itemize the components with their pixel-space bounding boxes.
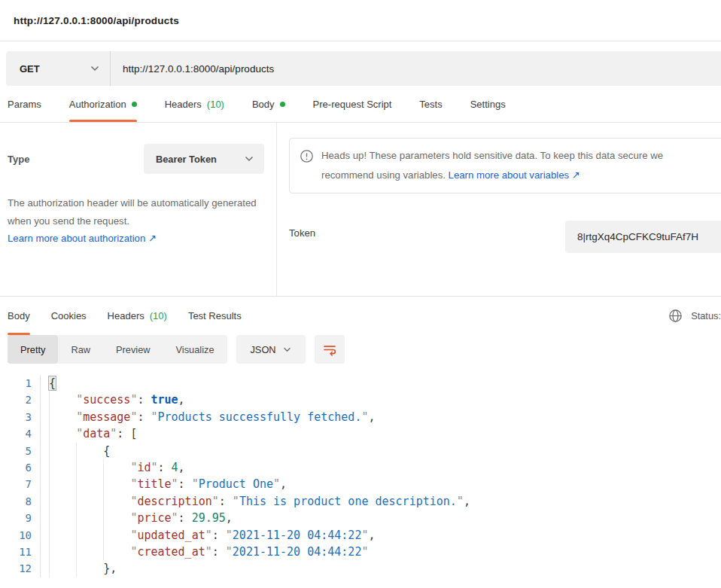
code-text: {: [41, 443, 110, 459]
indent-guide: [103, 510, 104, 526]
code-text: "id": 4,: [41, 459, 185, 476]
code-line: 8 "description": "This is product one de…: [0, 493, 721, 510]
line-number: 3: [0, 409, 41, 425]
auth-type-select[interactable]: Bearer Token: [144, 144, 264, 174]
code-line: 9 "price": 29.95,: [0, 510, 721, 526]
line-number: 8: [0, 493, 41, 510]
token-input[interactable]: 8|rtgXq4CpCFKC9tuFAf7H: [565, 221, 721, 253]
code-line: 10 "updated_at": "2021-11-20 04:44:22",: [0, 527, 721, 544]
response-tab-cookies[interactable]: Cookies: [51, 297, 87, 335]
code-text: "success": true,: [41, 391, 185, 408]
code-line: 11 "created_at": "2021-11-20 04:44:22": [0, 544, 721, 560]
status-label: Status:: [691, 310, 721, 321]
wrap-text-icon: [322, 342, 337, 357]
tab-label: Pre-request Script: [313, 99, 392, 110]
response-body-code: 1{2 "success": true,3 "message": "Produc…: [0, 375, 721, 577]
request-title: http://127.0.0.1:8000/api/products: [14, 15, 179, 26]
tab-tests[interactable]: Tests: [419, 86, 442, 122]
method-label: GET: [20, 63, 40, 75]
view-raw[interactable]: Raw: [58, 335, 103, 364]
indent-guide: [49, 409, 50, 425]
indent-guide: [76, 443, 77, 459]
request-tabs: Params Authorization Headers (10) Body P…: [0, 86, 721, 123]
auth-type-value: Bearer Token: [156, 154, 217, 165]
auth-type-label: Type: [8, 154, 29, 165]
line-number: 9: [0, 510, 41, 526]
code-line: 6 "id": 4,: [0, 459, 721, 476]
view-pretty[interactable]: Pretty: [8, 335, 58, 364]
tab-label: Body: [8, 310, 30, 321]
chevron-down-icon: [283, 347, 291, 352]
tab-count: (10): [207, 99, 224, 110]
indent-guide: [49, 425, 50, 442]
indent-guide: [103, 459, 104, 476]
code-line: 2 "success": true,: [0, 391, 721, 408]
indent-guide: [76, 476, 77, 492]
indent-guide: [49, 443, 50, 459]
tab-pre-request-script[interactable]: Pre-request Script: [313, 86, 392, 122]
tab-authorization[interactable]: Authorization: [69, 86, 137, 122]
auth-description: The authorization header will be automat…: [8, 194, 267, 248]
indent-guide: [103, 527, 104, 544]
request-url-bar: GET http://127.0.0.1:8000/api/products: [6, 51, 721, 86]
code-text: {: [41, 375, 56, 391]
tab-headers[interactable]: Headers (10): [165, 86, 224, 122]
view-visualize[interactable]: Visualize: [163, 335, 227, 364]
tab-params[interactable]: Params: [8, 86, 41, 122]
chevron-down-icon: [90, 66, 99, 72]
indent-guide: [76, 510, 77, 526]
tab-body[interactable]: Body: [252, 86, 285, 122]
green-dot-icon: [280, 102, 285, 107]
format-value: JSON: [250, 344, 275, 355]
external-link-icon: ↗: [572, 169, 580, 181]
format-dropdown[interactable]: JSON: [236, 335, 306, 364]
tab-label: Settings: [470, 99, 506, 110]
tab-count: (10): [150, 310, 167, 321]
url-input[interactable]: http://127.0.0.1:8000/api/products: [111, 51, 721, 86]
response-tab-headers[interactable]: Headers (10): [108, 297, 167, 335]
indent-guide: [49, 391, 50, 408]
line-number: 7: [0, 476, 41, 492]
response-tabs: Body Cookies Headers (10) Test Results S…: [0, 297, 721, 335]
tab-label: Tests: [419, 99, 442, 110]
response-tab-test-results[interactable]: Test Results: [188, 297, 242, 335]
indent-guide: [76, 459, 77, 476]
indent-guide: [76, 544, 77, 560]
line-number: 12: [0, 560, 41, 577]
code-text: "data": [: [41, 425, 137, 442]
code-text: "updated_at": "2021-11-20 04:44:22",: [41, 527, 376, 544]
learn-more-variables-link[interactable]: Learn more about variables ↗: [449, 169, 580, 181]
code-text: "price": 29.95,: [41, 510, 233, 526]
method-dropdown[interactable]: GET: [6, 51, 110, 86]
sensitive-data-warning: Heads up! These parameters hold sensitiv…: [289, 138, 721, 193]
line-number: 10: [0, 527, 41, 544]
indent-guide: [49, 510, 50, 526]
tab-label: Headers: [108, 310, 145, 321]
indent-guide: [49, 493, 50, 510]
response-tab-body[interactable]: Body: [8, 297, 30, 335]
code-line: 1{: [0, 375, 721, 391]
indent-guide: [103, 493, 104, 510]
auth-detail-column: Heads up! These parameters hold sensitiv…: [277, 123, 721, 296]
token-label: Token: [289, 227, 315, 239]
indent-guide: [49, 459, 50, 476]
indent-guide: [49, 527, 50, 544]
code-line: 3 "message": "Products successfully fetc…: [0, 409, 721, 425]
request-header: http://127.0.0.1:8000/api/products: [0, 0, 721, 41]
globe-icon[interactable]: [669, 309, 682, 322]
alert-circle-icon: [300, 150, 313, 185]
line-number: 5: [0, 443, 41, 459]
code-line: 4 "data": [: [0, 425, 721, 442]
view-preview[interactable]: Preview: [103, 335, 163, 364]
indent-guide: [76, 560, 77, 577]
green-dot-icon: [132, 102, 137, 107]
tab-settings[interactable]: Settings: [470, 86, 506, 122]
wrap-text-button[interactable]: [315, 335, 345, 364]
indent-guide: [76, 527, 77, 544]
learn-more-authorization-link[interactable]: Learn more about authorization ↗: [8, 233, 157, 244]
tab-label: Headers: [165, 99, 202, 110]
code-text: "title": "Product One",: [41, 476, 287, 492]
warning-text: Heads up! These parameters hold sensitiv…: [321, 146, 663, 185]
auth-type-column: Type Bearer Token The authorization head…: [0, 123, 277, 296]
line-number: 2: [0, 391, 41, 408]
